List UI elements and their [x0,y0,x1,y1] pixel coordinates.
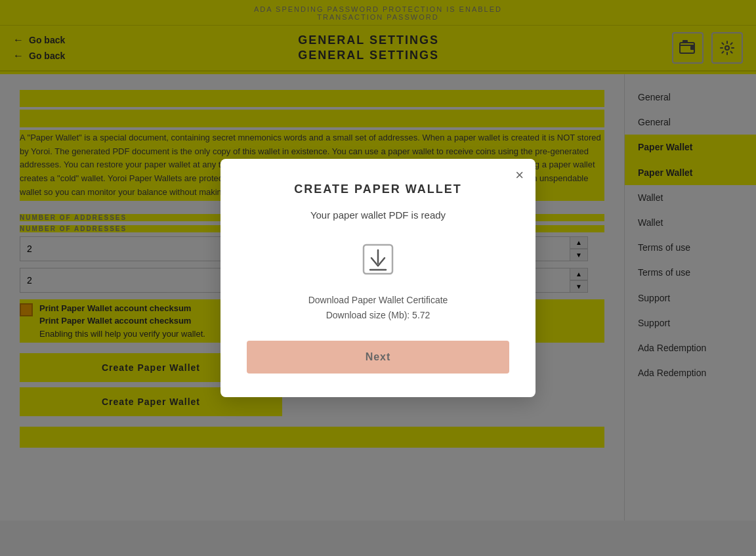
modal-close-button[interactable]: × [515,168,524,182]
download-size-label: Download size (Mb): 5.72 [326,310,430,320]
modal-overlay[interactable]: × CREATE PAPER WALLET Your paper wallet … [0,0,756,556]
create-paper-wallet-modal: × CREATE PAPER WALLET Your paper wallet … [220,159,536,397]
download-certificate-label: Download Paper Wallet Certificate [308,295,448,305]
modal-download-label: Download Paper Wallet Certificate Downlo… [247,293,509,322]
download-icon-container [355,236,401,282]
modal-subtitle: Your paper wallet PDF is ready [247,209,509,221]
modal-next-button[interactable]: Next [247,341,509,374]
modal-title: CREATE PAPER WALLET [247,182,509,196]
download-icon [358,240,398,279]
